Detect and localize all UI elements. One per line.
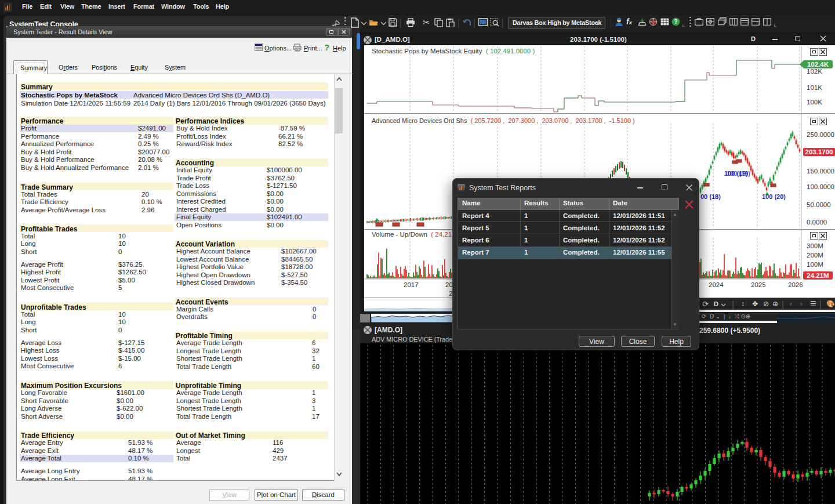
svg-text:?: ? — [674, 19, 677, 25]
